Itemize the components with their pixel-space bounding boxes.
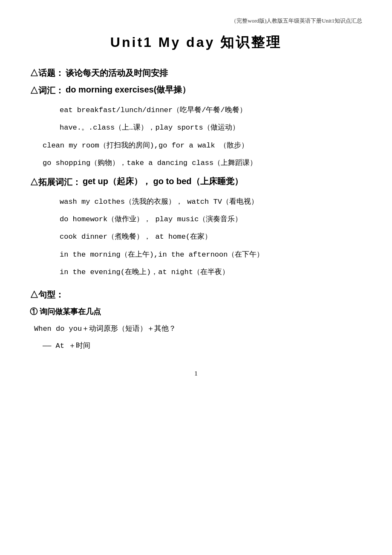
ext-vocab-line-1: wash my clothes（洗我的衣服）， watch TV（看电视） — [60, 194, 362, 210]
vocab-line-2: have.。.class（上…课），play sports（做运动） — [60, 120, 362, 136]
topic-content: 谈论每天的活动及时间安排 — [66, 67, 168, 79]
subsection1: ① 询问做某事在几点 When do you＋动词原形（短语）＋其他？ —— A… — [30, 306, 362, 353]
vocabulary-heading: △词汇： do morning exercises(做早操） — [30, 84, 362, 97]
subsection1-answer: —— At ＋时间 — [43, 340, 362, 353]
vocabulary-label: △词汇： — [30, 85, 64, 96]
vocab-line-4: go shopping（购物），take a dancing class（上舞蹈… — [43, 155, 362, 171]
subsection1-title: ① 询问做某事在几点 — [30, 306, 362, 317]
ext-vocab-line-3: cook dinner（煮晚餐）， at home(在家） — [60, 229, 362, 245]
ext-vocab-line-2: do homework（做作业）， play music（演奏音乐） — [60, 211, 362, 227]
topic-heading: △话题： 谈论每天的活动及时间安排 — [30, 67, 362, 79]
extended-vocab-label: △拓展词汇： — [30, 176, 81, 188]
extended-vocab-block: wash my clothes（洗我的衣服）， watch TV（看电视） do… — [43, 194, 362, 280]
sentence-section: △句型： — [30, 289, 362, 301]
page-title: Unit1 My day 知识整理 — [30, 33, 362, 52]
header-note: （完整word版)人教版五年级英语下册Unit1知识点汇总 — [30, 17, 362, 25]
extended-vocab-section: △拓展词汇： get up（起床）， go to bed（上床睡觉） wash … — [30, 176, 362, 280]
vocab-line-1: eat breakfast/lunch/dinner（吃早餐/午餐/晚餐） — [60, 102, 362, 118]
vocabulary-section: △词汇： do morning exercises(做早操） eat break… — [30, 84, 362, 171]
vocabulary-block: eat breakfast/lunch/dinner（吃早餐/午餐/晚餐） ha… — [43, 102, 362, 171]
ext-vocab-line-0: get up（起床）， go to bed（上床睡觉） — [83, 176, 243, 187]
topic-section: △话题： 谈论每天的活动及时间安排 — [30, 67, 362, 79]
subsection1-sentence: When do you＋动词原形（短语）＋其他？ — [34, 323, 362, 336]
subsection1-label: 询问做某事在几点 — [40, 307, 101, 316]
extended-vocab-heading: △拓展词汇： get up（起床）， go to bed（上床睡觉） — [30, 176, 362, 189]
vocab-line-0: do morning exercises(做早操） — [66, 84, 190, 95]
ext-vocab-line-4: in the morning（在上午),in the afternoon（在下午… — [60, 247, 362, 263]
ext-vocab-line-5: in the evening(在晚上)，at night（在半夜） — [60, 264, 362, 280]
subsection1-number: ① — [30, 307, 37, 316]
topic-label: △话题： — [30, 67, 64, 79]
vocab-line-3: clean my room（打扫我的房间),go for a walk （散步） — [43, 138, 362, 153]
page-number: 1 — [30, 370, 362, 377]
sentence-title: △句型： — [30, 289, 362, 301]
